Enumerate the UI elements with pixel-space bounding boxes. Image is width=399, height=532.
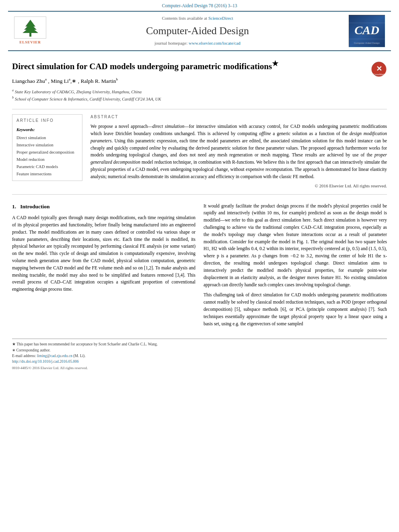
affil1-text: State Key Laboratory of CAD&CG, Zhejiang…: [15, 90, 142, 94]
keyword-1: Direct simulation: [16, 134, 78, 142]
homepage-url[interactable]: www.elsevier.com/locate/cad: [189, 41, 241, 45]
contents-line: Contents lists available at ScienceDirec…: [56, 15, 339, 22]
copyright-line: © 2016 Elsevier Ltd. All rights reserved…: [90, 183, 387, 189]
article-info-box: ARTICLE INFO Keywords: Direct simulation…: [12, 114, 82, 181]
article-info-title: ARTICLE INFO: [16, 118, 78, 124]
journal-center: Contents lists available at ScienceDirec…: [48, 15, 347, 47]
svg-text:CrossMark: CrossMark: [373, 73, 385, 76]
footnote-star: ★ This paper has been recommended for ac…: [12, 341, 387, 347]
body-section: 1. Introduction A CAD model typically go…: [12, 203, 387, 331]
keyword-5: Parametric CAD models: [16, 163, 78, 170]
elsevier-logo: ELSEVIER: [12, 16, 48, 45]
cad-logo-box: CAD Computer-Aided Design: [347, 15, 387, 47]
footnote-corresponding: ∗ Corresponding author.: [12, 347, 387, 353]
affiliations: a State Key Laboratory of CAD&CG, Zhejia…: [12, 88, 387, 103]
svg-text:CAD: CAD: [354, 23, 379, 37]
body-right-col: It would greatly facilitate the product …: [204, 203, 387, 331]
svg-text:✕: ✕: [376, 65, 382, 73]
intro-para3: This challenging task of direct simulati…: [204, 292, 387, 327]
abstract-title: ABSTRACT: [90, 114, 387, 120]
author2-prefix: , Ming Li: [48, 78, 68, 84]
author1: Liangchao Zhu: [12, 78, 45, 84]
keyword-4: Model reduction: [16, 156, 78, 163]
article-info-col: ARTICLE INFO Keywords: Direct simulation…: [12, 114, 82, 189]
keyword-3: Proper generalized decomposition: [16, 149, 78, 156]
paper-section: ✕ CrossMark Direct simulation for CAD mo…: [12, 59, 387, 103]
journal-homepage: journal homepage: www.elsevier.com/locat…: [56, 40, 339, 47]
author3-sup: b: [116, 77, 118, 81]
cad-logo: CAD Computer-Aided Design: [349, 15, 385, 47]
keyword-6: Feature intersections: [16, 170, 78, 178]
footnote-section: ★ This paper has been recommended for ac…: [12, 339, 387, 371]
separator-2: [12, 194, 387, 195]
journal-header: ELSEVIER Contents lists available at Sci…: [8, 11, 391, 51]
title-star: ★: [272, 60, 278, 68]
authors-line: Liangchao Zhua , Ming Lia,∗ , Ralph R. M…: [12, 77, 387, 85]
footnote-doi: http://dx.doi.org/10.1016/j.cad.2016.05.…: [12, 359, 387, 364]
affil1-sup: a: [12, 88, 14, 92]
paper-title: Direct simulation for CAD models undergo…: [12, 59, 387, 72]
keywords-title: Keywords:: [16, 127, 78, 133]
article-abstract-section: ARTICLE INFO Keywords: Direct simulation…: [12, 114, 387, 189]
abstract-text: We propose a novel approach—direct simul…: [90, 123, 387, 181]
author2-star: ,∗: [70, 78, 76, 84]
sciencedirect-link[interactable]: ScienceDirect: [208, 16, 233, 21]
elsevier-tree-image: [14, 16, 46, 39]
intro-para2: It would greatly facilitate the product …: [204, 203, 387, 289]
svg-text:Computer-Aided Design: Computer-Aided Design: [354, 42, 380, 44]
affil2-text: School of Computer Science & Informatics…: [15, 97, 161, 101]
footnote-email: E-mail address: liming@cad.zju.edu.cn (M…: [12, 353, 387, 359]
footnote-email-link[interactable]: liming@cad.zju.edu.cn: [37, 354, 72, 358]
elsevier-text: ELSEVIER: [19, 40, 41, 45]
issn-line: 0010-4485/© 2016 Elsevier Ltd. All right…: [12, 366, 387, 371]
author3-prefix: , Ralph R. Martin: [78, 78, 116, 84]
keyword-2: Interactive simulation: [16, 142, 78, 149]
doi-bar: Computer-Aided Design 78 (2016) 3–13: [0, 0, 399, 11]
intro-para1: A CAD model typically goes through many …: [12, 214, 195, 293]
doi-text: Computer-Aided Design 78 (2016) 3–13: [162, 3, 237, 8]
affil2-sup: b: [12, 96, 14, 99]
affil1-line: a State Key Laboratory of CAD&CG, Zhejia…: [12, 88, 387, 95]
crossmark-icon: ✕ CrossMark: [371, 61, 387, 77]
journal-name: Computer-Aided Design: [56, 23, 339, 39]
affil2-line: b School of Computer Science & Informati…: [12, 95, 387, 103]
separator-1: [12, 109, 387, 109]
author1-sup: a: [45, 77, 47, 81]
footnote-doi-link[interactable]: http://dx.doi.org/10.1016/j.cad.2016.05.…: [12, 359, 79, 364]
crossmark[interactable]: ✕ CrossMark: [371, 61, 387, 77]
body-left-col: 1. Introduction A CAD model typically go…: [12, 203, 195, 331]
abstract-col: ABSTRACT We propose a novel approach—dir…: [90, 114, 387, 189]
intro-section-title: 1. Introduction: [12, 203, 195, 211]
